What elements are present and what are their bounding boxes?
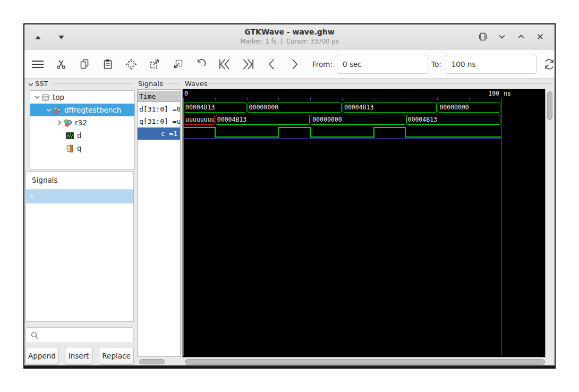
signal-row-q[interactable]: q[31:0] =uu xyxy=(138,115,180,127)
skip-to-start-icon xyxy=(218,58,232,71)
chevron-down-icon xyxy=(498,32,506,41)
previous-edge-button[interactable] xyxy=(262,54,280,74)
wave-canvas[interactable]: 0100ns00004B130000000000004B1300000000uu… xyxy=(183,89,545,357)
time-header: Time xyxy=(138,91,180,102)
signal-finder-header: Signals xyxy=(26,172,133,190)
bus-segment: 00004B13 xyxy=(406,115,500,125)
bus-value-label: 00004B13 xyxy=(407,115,500,124)
zoom-fit-button[interactable] xyxy=(122,54,140,74)
time-tick xyxy=(469,98,470,100)
waves-vscrollbar-track[interactable] xyxy=(547,90,552,356)
zoom-in-icon xyxy=(148,58,161,71)
bus-segment: 00004B13 xyxy=(343,103,437,113)
tree-item-label: top xyxy=(53,93,64,101)
bus-segment: 00004B13 xyxy=(184,103,246,113)
signal-finder-list: Signals c xyxy=(25,171,134,322)
bus-segment: uuuuuuuu xyxy=(184,115,215,125)
bus-segment: 00000000 xyxy=(311,115,405,125)
expander-open-icon[interactable] xyxy=(45,106,53,114)
zoom-out-icon xyxy=(172,58,184,71)
search-input[interactable] xyxy=(41,331,133,340)
tree-item-label: d xyxy=(77,131,82,140)
sst-tree: top dffregtestbench r32 xyxy=(30,90,135,170)
to-label: To: xyxy=(431,60,441,69)
signals-frame-line xyxy=(161,83,181,84)
waves-vscrollbar-thumb[interactable] xyxy=(547,91,552,120)
zoom-in-button[interactable] xyxy=(146,54,164,74)
time-tick xyxy=(406,98,406,100)
close-button[interactable] xyxy=(533,30,547,44)
cut-button[interactable] xyxy=(52,54,70,74)
minimize-button[interactable] xyxy=(495,30,509,44)
bus-value-label: uuuuuuuu xyxy=(184,115,214,124)
bus-value-label: 00004B13 xyxy=(216,115,309,124)
marker-cursor-status: Marker: 1 fs | Cursor: 33700 ps xyxy=(24,38,555,45)
sst-expander-icon[interactable] xyxy=(28,82,34,87)
chevron-right-icon xyxy=(289,58,300,71)
expander-closed-icon[interactable] xyxy=(56,119,63,126)
time-tick xyxy=(437,98,438,100)
signals-hscrollbar[interactable] xyxy=(139,359,165,364)
zoom-fit-icon xyxy=(125,58,138,71)
signal-wave-icon xyxy=(65,131,74,140)
tree-item-q[interactable]: q xyxy=(30,142,134,155)
scissors-icon xyxy=(55,58,67,70)
timescale-end-label: 100 xyxy=(470,90,499,97)
bus-segment: 00004B13 xyxy=(216,115,310,125)
module-icon xyxy=(53,106,62,115)
reload-button[interactable] xyxy=(540,54,558,74)
timescale-unit-label: ns xyxy=(504,90,511,97)
hamburger-menu-icon xyxy=(31,58,45,70)
window-title: GTKWave - wave.ghw xyxy=(24,28,555,36)
time-tick xyxy=(215,98,216,100)
signals-frame-label: Signals xyxy=(138,80,163,88)
insert-button[interactable]: Insert xyxy=(65,347,92,365)
titlebar: GTKWave - wave.ghw Marker: 1 fs | Cursor… xyxy=(24,24,555,50)
signal-row-d[interactable]: d[31:0] =00 xyxy=(138,103,180,115)
skip-to-end-icon xyxy=(241,58,255,71)
replace-button[interactable]: Replace xyxy=(99,347,134,365)
tree-item-label: dffregtestbench xyxy=(64,106,121,114)
signal-finder-item-c[interactable]: c xyxy=(26,190,133,203)
chevron-up-icon xyxy=(517,32,525,41)
toolbar: From: To: xyxy=(24,50,555,79)
signal-row-c[interactable]: c =1 xyxy=(138,127,180,140)
from-input[interactable] xyxy=(337,55,428,74)
undo-button[interactable] xyxy=(192,54,210,74)
restore-window-icon xyxy=(478,31,488,42)
reload-icon xyxy=(542,57,556,71)
design-cylinder-icon xyxy=(41,93,50,102)
go-to-start-button[interactable] xyxy=(216,54,234,74)
waves-frame-label: Waves xyxy=(185,80,207,88)
time-tick xyxy=(374,98,374,100)
waves-frame-line xyxy=(207,83,552,84)
bus-segment: 00000000 xyxy=(438,103,500,113)
sst-frame-line xyxy=(52,83,134,84)
sst-frame-label: SST xyxy=(35,80,48,88)
append-button[interactable]: Append xyxy=(25,347,58,365)
go-to-end-button[interactable] xyxy=(239,54,257,74)
tree-item-label: q xyxy=(77,144,82,152)
copy-button[interactable] xyxy=(75,54,93,74)
paste-button[interactable] xyxy=(99,54,117,74)
bus-value-label: 00004B13 xyxy=(343,103,436,112)
zoom-out-button[interactable] xyxy=(169,54,187,74)
next-edge-button[interactable] xyxy=(286,54,304,74)
time-tick xyxy=(278,98,279,100)
to-input[interactable] xyxy=(446,55,537,74)
tree-item-d[interactable]: d xyxy=(30,129,134,142)
chevron-left-icon xyxy=(266,58,277,71)
restore-window-button[interactable] xyxy=(476,30,490,44)
signal-book-icon xyxy=(65,144,74,153)
tree-item-r32[interactable]: r32 xyxy=(30,116,134,129)
bus-value-label: 00000000 xyxy=(438,103,500,112)
tree-item-dffregtestbench[interactable]: dffregtestbench xyxy=(30,104,134,116)
time-tick xyxy=(247,98,248,100)
tree-item-top[interactable]: top xyxy=(30,91,134,104)
menu-button[interactable] xyxy=(29,54,47,74)
signals-column: Time d[31:0] =00 q[31:0] =uu c =1 xyxy=(137,89,181,357)
maximize-button[interactable] xyxy=(514,30,528,44)
expander-open-icon[interactable] xyxy=(33,93,41,101)
time-tick xyxy=(342,98,343,100)
waves-hscrollbar[interactable] xyxy=(185,359,545,365)
